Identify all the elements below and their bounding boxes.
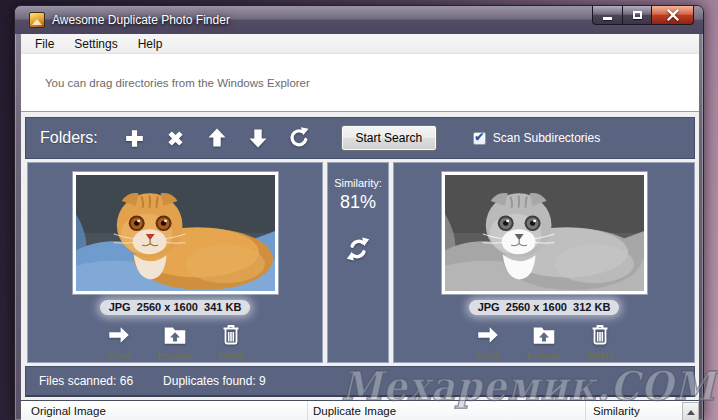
maximize-icon <box>633 11 642 19</box>
browse-folder-icon <box>531 322 557 348</box>
folder-drop-area[interactable]: You can drag directories from the Window… <box>21 54 699 112</box>
app-icon <box>29 12 45 28</box>
check-icon: ✔ <box>474 131 484 143</box>
original-cat-photo <box>76 175 275 291</box>
plus-icon <box>122 126 147 151</box>
swap-images-button[interactable] <box>344 235 372 263</box>
similarity-panel: Similarity: 81% <box>327 162 389 363</box>
scroll-up-icon <box>687 410 695 415</box>
reset-icon <box>287 126 311 150</box>
scan-subdirectories-label[interactable]: Scan Subdirectories <box>493 131 600 145</box>
original-browse-button[interactable]: browse <box>152 322 198 362</box>
column-divider <box>307 401 308 420</box>
scan-subdirectories-checkbox[interactable]: ✔ <box>473 132 486 145</box>
duplicate-browse-button[interactable]: browse <box>521 322 567 362</box>
reset-list-button[interactable] <box>286 125 312 151</box>
original-delete-button[interactable]: delete <box>208 322 254 362</box>
duplicates-found-status: Duplicates found: 9 <box>163 374 266 388</box>
client-area: File Settings Help You can drag director… <box>21 34 699 420</box>
similarity-label: Similarity: <box>334 177 382 189</box>
menu-item-help[interactable]: Help <box>128 35 173 53</box>
menu-bar: File Settings Help <box>21 34 699 54</box>
menu-item-file[interactable]: File <box>25 35 64 53</box>
maximize-button[interactable] <box>622 6 651 25</box>
duplicate-actions: move browse <box>465 322 623 362</box>
folders-toolbar: Folders: S <box>25 117 695 159</box>
minimize-icon <box>603 17 612 20</box>
minimize-button[interactable] <box>592 6 622 25</box>
status-bar: Files scanned: 66 Duplicates found: 9 <box>25 366 695 397</box>
duplicate-cat-photo <box>445 175 644 291</box>
move-down-button[interactable] <box>245 125 271 151</box>
duplicate-image-info: JPG 2560 x 1600 312 KB <box>469 300 620 315</box>
window-controls <box>592 6 694 25</box>
move-icon <box>106 322 132 348</box>
move-up-button[interactable] <box>204 125 230 151</box>
duplicate-delete-button[interactable]: delete <box>577 322 623 362</box>
column-original-image[interactable]: Original Image <box>31 405 106 417</box>
move-label: move <box>106 350 132 362</box>
browse-folder-icon <box>162 322 188 348</box>
cross-icon <box>164 127 187 150</box>
delete-trash-icon <box>219 322 243 348</box>
window-title: Awesome Duplicate Photo Finder <box>52 13 230 27</box>
move-icon <box>475 322 501 348</box>
original-image-info: JPG 2560 x 1600 341 KB <box>100 300 251 315</box>
similarity-value: 81% <box>340 192 376 213</box>
column-duplicate-image[interactable]: Duplicate Image <box>313 405 396 417</box>
menu-item-settings[interactable]: Settings <box>64 35 127 53</box>
close-button[interactable] <box>651 6 694 25</box>
files-scanned-status: Files scanned: 66 <box>39 374 133 388</box>
delete-label: delete <box>586 350 615 362</box>
delete-label: delete <box>217 350 246 362</box>
desktop: Awesome Duplicate Photo Finder File Sett… <box>0 0 718 420</box>
original-actions: move browse <box>96 322 254 362</box>
start-search-button[interactable]: Start Search <box>341 125 437 151</box>
close-icon <box>667 9 679 21</box>
column-divider <box>585 401 586 420</box>
column-similarity[interactable]: Similarity <box>593 405 640 417</box>
results-table-header: Original Image Duplicate Image Similarit… <box>21 400 699 420</box>
arrow-up-icon <box>205 126 229 150</box>
arrow-down-icon <box>246 126 270 150</box>
duplicate-move-button[interactable]: move <box>465 322 511 362</box>
scrollbar-up-button[interactable] <box>682 402 699 420</box>
browse-label: browse <box>158 350 192 362</box>
swap-icon <box>344 235 372 263</box>
original-image-thumbnail[interactable] <box>73 172 278 294</box>
browse-label: browse <box>527 350 561 362</box>
original-move-button[interactable]: move <box>96 322 142 362</box>
drag-hint-text: You can drag directories from the Window… <box>21 77 310 89</box>
add-folder-button[interactable] <box>122 125 148 151</box>
folders-label: Folders: <box>40 129 98 147</box>
original-image-panel: JPG 2560 x 1600 341 KB move browse <box>27 162 323 363</box>
scan-subdirectories-option: ✔ Scan Subdirectories <box>473 131 600 145</box>
comparison-area: JPG 2560 x 1600 341 KB move browse <box>21 162 699 363</box>
app-window: Awesome Duplicate Photo Finder File Sett… <box>14 5 704 420</box>
delete-trash-icon <box>588 322 612 348</box>
duplicate-image-panel: JPG 2560 x 1600 312 KB move browse <box>393 162 695 363</box>
titlebar[interactable]: Awesome Duplicate Photo Finder <box>15 6 703 34</box>
remove-folder-button[interactable] <box>163 125 189 151</box>
duplicate-image-thumbnail[interactable] <box>442 172 647 294</box>
move-label: move <box>475 350 501 362</box>
